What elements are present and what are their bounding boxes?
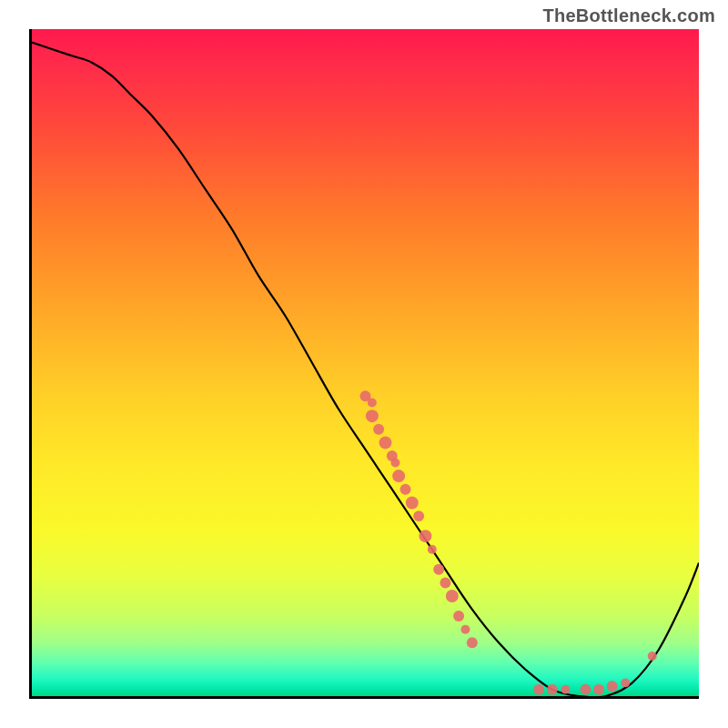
chart-svg xyxy=(32,29,699,696)
data-marker xyxy=(648,652,657,661)
data-marker xyxy=(392,470,405,482)
data-marker xyxy=(440,577,450,588)
data-marker xyxy=(561,685,570,694)
chart-container: TheBottleneck.com xyxy=(0,0,728,728)
data-marker xyxy=(368,399,377,408)
watermark-text: TheBottleneck.com xyxy=(542,5,715,26)
data-marker xyxy=(366,410,379,422)
data-marker xyxy=(413,511,424,521)
data-marker xyxy=(547,684,558,695)
data-marker xyxy=(390,458,399,467)
plot-area xyxy=(29,29,699,699)
data-marker xyxy=(379,436,392,449)
data-marker xyxy=(580,684,591,695)
data-marker xyxy=(453,611,464,622)
data-marker xyxy=(460,625,470,634)
data-marker xyxy=(428,545,437,554)
data-markers-group xyxy=(360,390,657,694)
data-marker xyxy=(446,590,459,602)
data-marker xyxy=(533,684,544,695)
data-marker xyxy=(607,681,618,692)
data-marker xyxy=(400,484,411,495)
data-marker xyxy=(419,530,431,542)
data-marker xyxy=(373,424,384,435)
data-marker xyxy=(593,684,604,695)
data-marker xyxy=(621,678,630,687)
data-marker xyxy=(433,564,444,575)
data-marker xyxy=(467,637,478,648)
bottleneck-curve xyxy=(32,43,699,696)
data-marker xyxy=(406,496,419,509)
